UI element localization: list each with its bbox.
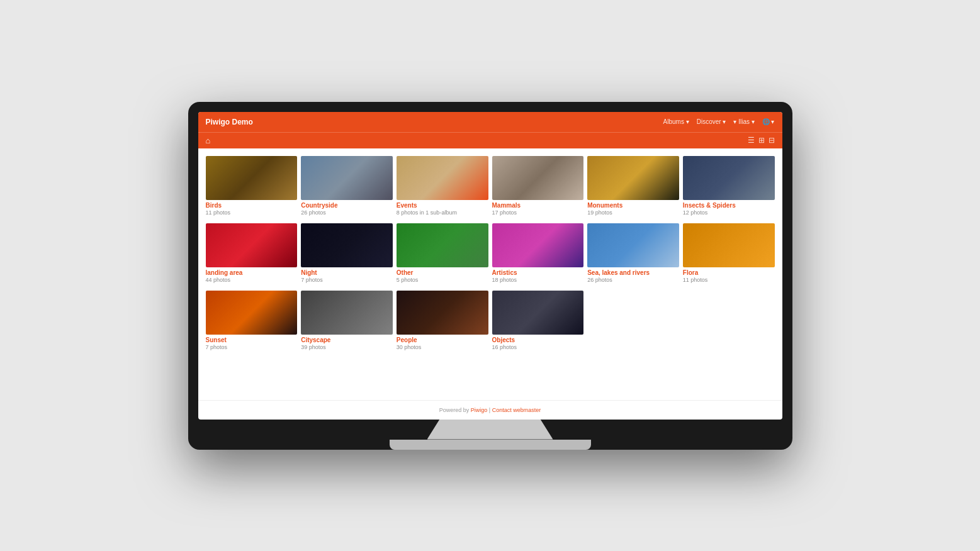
view-compact-btn[interactable]: ⊟ <box>769 136 775 145</box>
monitor-screen: Piwigo Demo Albums ▾ Discover ▾ ▾ Ilias … <box>198 112 782 420</box>
album-thumb-objects <box>492 291 584 335</box>
main-content: Birds11 photosCountryside26 photosEvents… <box>198 148 782 400</box>
footer-separator: | <box>489 407 490 413</box>
album-name-flora[interactable]: Flora <box>683 269 775 276</box>
album-thumb-insects <box>683 156 775 200</box>
album-name-objects[interactable]: Objects <box>492 337 584 343</box>
album-card-insects[interactable]: Insects & Spiders12 photos <box>683 156 775 220</box>
album-info-objects: Objects16 photos <box>492 335 584 354</box>
album-info-monuments: Monuments19 photos <box>587 200 679 220</box>
album-thumb-birds <box>206 156 298 200</box>
top-nav-left: Piwigo Demo <box>206 118 253 126</box>
album-name-artistics[interactable]: Artistics <box>492 269 584 276</box>
album-count-insects: 12 photos <box>683 209 775 216</box>
album-name-people[interactable]: People <box>397 337 488 343</box>
album-card-monuments[interactable]: Monuments19 photos <box>587 156 679 220</box>
powered-by-text: Powered by <box>439 407 470 413</box>
monitor-frame: Piwigo Demo Albums ▾ Discover ▾ ▾ Ilias … <box>188 102 792 450</box>
album-thumb-monuments <box>587 156 679 200</box>
app-title: Piwigo Demo <box>206 118 253 126</box>
album-card-flora[interactable]: Flora11 photos <box>683 223 775 287</box>
view-grid-btn[interactable]: ⊞ <box>758 136 765 145</box>
secondary-nav: ⌂ ☰ ⊞ ⊟ <box>198 132 782 148</box>
album-count-mammals: 17 photos <box>492 209 584 216</box>
piwigo-app: Piwigo Demo Albums ▾ Discover ▾ ▾ Ilias … <box>198 112 782 420</box>
album-count-landing: 44 photos <box>206 277 298 283</box>
album-thumb-other <box>397 223 488 267</box>
discover-menu[interactable]: Discover ▾ <box>697 118 726 125</box>
album-name-mammals[interactable]: Mammals <box>492 202 584 209</box>
album-info-night: Night7 photos <box>301 267 393 287</box>
albums-grid: Birds11 photosCountryside26 photosEvents… <box>206 156 775 354</box>
album-card-events[interactable]: Events8 photos in 1 sub-album <box>397 156 488 220</box>
album-name-landing[interactable]: landing area <box>206 269 298 276</box>
album-info-countryside: Countryside26 photos <box>301 200 393 220</box>
album-count-events: 8 photos in 1 sub-album <box>397 209 488 216</box>
album-card-objects[interactable]: Objects16 photos <box>492 291 584 354</box>
monitor-stand-base <box>390 440 591 450</box>
album-card-countryside[interactable]: Countryside26 photos <box>301 156 393 220</box>
album-info-cityscape: Cityscape39 photos <box>301 335 393 354</box>
album-card-people[interactable]: People30 photos <box>397 291 488 354</box>
album-card-mammals[interactable]: Mammals17 photos <box>492 156 584 220</box>
album-card-sea[interactable]: Sea, lakes and rivers26 photos <box>587 223 679 287</box>
album-count-people: 30 photos <box>397 344 488 350</box>
album-count-objects: 16 photos <box>492 344 584 350</box>
album-card-artistics[interactable]: Artistics18 photos <box>492 223 584 287</box>
album-name-cityscape[interactable]: Cityscape <box>301 337 393 343</box>
album-count-monuments: 19 photos <box>587 209 679 216</box>
album-info-events: Events8 photos in 1 sub-album <box>397 200 488 220</box>
view-options: ☰ ⊞ ⊟ <box>748 136 775 145</box>
album-count-countryside: 26 photos <box>301 209 393 216</box>
album-name-sea[interactable]: Sea, lakes and rivers <box>587 269 679 276</box>
album-info-mammals: Mammals17 photos <box>492 200 584 220</box>
album-count-sea: 26 photos <box>587 277 679 283</box>
album-count-birds: 11 photos <box>206 209 298 216</box>
album-thumb-landing <box>206 223 298 267</box>
album-name-sunset[interactable]: Sunset <box>206 337 298 343</box>
album-info-birds: Birds11 photos <box>206 200 298 220</box>
album-count-night: 7 photos <box>301 277 393 283</box>
albums-menu[interactable]: Albums ▾ <box>663 118 689 125</box>
album-info-artistics: Artistics18 photos <box>492 267 584 287</box>
home-icon[interactable]: ⌂ <box>206 136 211 145</box>
album-thumb-flora <box>683 223 775 267</box>
album-thumb-people <box>397 291 488 335</box>
album-info-sunset: Sunset7 photos <box>206 335 298 354</box>
album-thumb-cityscape <box>301 291 393 335</box>
view-list-btn[interactable]: ☰ <box>748 136 755 145</box>
album-name-birds[interactable]: Birds <box>206 202 298 209</box>
monitor-stand-neck <box>427 420 553 440</box>
album-name-countryside[interactable]: Countryside <box>301 202 393 209</box>
album-thumb-countryside <box>301 156 393 200</box>
album-card-landing[interactable]: landing area44 photos <box>206 223 298 287</box>
album-count-sunset: 7 photos <box>206 344 298 350</box>
album-name-night[interactable]: Night <box>301 269 393 276</box>
footer: Powered by Piwigo | Contact webmaster <box>198 400 782 420</box>
album-name-other[interactable]: Other <box>397 269 488 276</box>
album-card-night[interactable]: Night7 photos <box>301 223 393 287</box>
album-count-artistics: 18 photos <box>492 277 584 283</box>
top-nav-right: Albums ▾ Discover ▾ ▾ Ilias ▾ 🌐 ▾ <box>663 118 775 125</box>
album-card-other[interactable]: Other5 photos <box>397 223 488 287</box>
album-thumb-artistics <box>492 223 584 267</box>
album-name-events[interactable]: Events <box>397 202 488 209</box>
album-thumb-sunset <box>206 291 298 335</box>
piwigo-link[interactable]: Piwigo <box>471 407 488 413</box>
album-count-other: 5 photos <box>397 277 488 283</box>
contact-link[interactable]: Contact webmaster <box>492 407 541 413</box>
lang-menu[interactable]: 🌐 ▾ <box>762 118 775 125</box>
album-name-insects[interactable]: Insects & Spiders <box>683 202 775 209</box>
album-thumb-events <box>397 156 488 200</box>
album-info-insects: Insects & Spiders12 photos <box>683 200 775 220</box>
album-info-flora: Flora11 photos <box>683 267 775 287</box>
album-count-flora: 11 photos <box>683 277 775 283</box>
album-thumb-sea <box>587 223 679 267</box>
album-card-birds[interactable]: Birds11 photos <box>206 156 298 220</box>
album-name-monuments[interactable]: Monuments <box>587 202 679 209</box>
album-count-cityscape: 39 photos <box>301 344 393 350</box>
user-menu[interactable]: ▾ Ilias ▾ <box>733 118 754 125</box>
album-info-people: People30 photos <box>397 335 488 354</box>
album-card-sunset[interactable]: Sunset7 photos <box>206 291 298 354</box>
album-card-cityscape[interactable]: Cityscape39 photos <box>301 291 393 354</box>
